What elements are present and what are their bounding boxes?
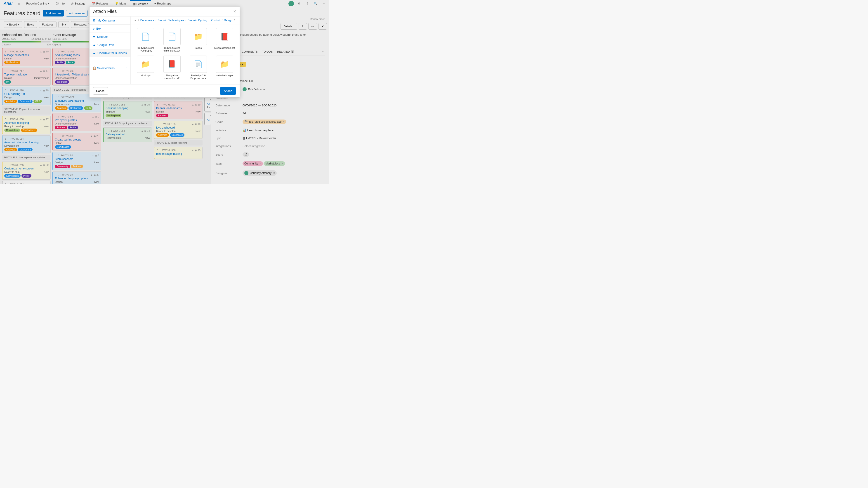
source-my-computer[interactable]: 🖥 My Computer — [90, 17, 130, 25]
breadcrumb: ☁ / Documents / Fredwin Technologies / F… — [131, 17, 240, 24]
file-item[interactable]: 📄Fredwin Cycling Typography — [134, 28, 157, 52]
file-item[interactable]: 📁Logos — [187, 28, 210, 52]
file-item[interactable]: 📕Navigation examples.pdf — [161, 56, 184, 79]
modal-title: Attach Files — [93, 9, 117, 14]
file-item[interactable]: 📁Mockups — [134, 56, 157, 79]
file-grid: 📄Fredwin Cycling Typography📄Fredwin Cycl… — [131, 24, 240, 83]
cancel-button[interactable]: Cancel — [93, 87, 108, 95]
selected-files[interactable]: 📋 Selected files0 — [90, 64, 130, 72]
modal-close[interactable]: × — [233, 9, 236, 14]
source-dropbox[interactable]: ❖ Dropbox — [90, 33, 130, 41]
attach-modal: Attach Files × 🖥 My Computer b Box ❖ Dro… — [89, 6, 240, 98]
source-box[interactable]: b Box — [90, 25, 130, 33]
file-item[interactable]: 📕Mobile designs.pdf — [213, 28, 236, 52]
file-item[interactable]: 📁Website images — [213, 56, 236, 79]
source-google-drive[interactable]: ▲ Google Drive — [90, 41, 130, 49]
source-onedrive[interactable]: ☁ OneDrive for Business — [90, 49, 130, 57]
file-item[interactable]: 📄Fredwin Cycling-dimensions.csv — [161, 28, 184, 52]
modal-overlay: Attach Files × 🖥 My Computer b Box ❖ Dro… — [0, 0, 329, 184]
file-item[interactable]: 📄Redesign 2.0 Proposal.docx — [187, 56, 210, 79]
attach-button[interactable]: Attach — [220, 87, 236, 95]
modal-sidebar: 🖥 My Computer b Box ❖ Dropbox ▲ Google D… — [90, 17, 131, 84]
